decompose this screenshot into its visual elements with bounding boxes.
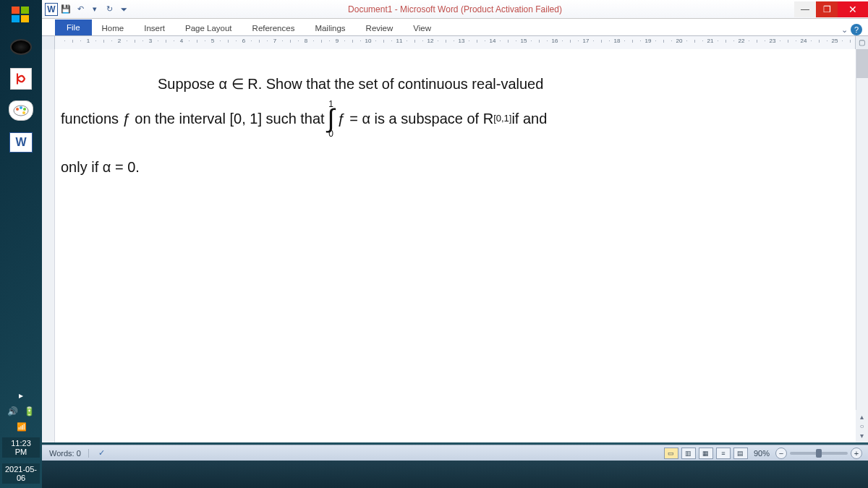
cortana-eye-icon[interactable] — [7, 36, 35, 58]
vertical-scrollbar[interactable]: ▴ ○ ▾ — [856, 49, 868, 442]
svg-rect-2 — [12, 15, 20, 22]
tab-review[interactable]: Review — [356, 21, 404, 35]
undo-dropdown[interactable]: ▾ — [88, 3, 101, 16]
zoom-in-button[interactable]: + — [851, 448, 862, 459]
text-line-3: only if α = 0. — [61, 151, 854, 183]
close-button[interactable]: ✕ — [838, 1, 868, 17]
svg-rect-1 — [21, 7, 29, 14]
battery-icon[interactable]: 🔋 — [24, 406, 35, 416]
clock-date[interactable]: 2021-05-06 — [2, 463, 40, 484]
network-signal-icon[interactable]: 📶 — [17, 422, 26, 432]
svg-point-5 — [16, 108, 19, 111]
word-app-icon[interactable]: W — [7, 132, 35, 153]
document-body[interactable]: Suppose α ∈ R. Show that the set of cont… — [56, 68, 854, 183]
full-screen-reading-button[interactable]: ▥ — [681, 448, 696, 459]
qat-customize[interactable]: ⏷ — [117, 3, 130, 16]
svg-point-7 — [23, 108, 26, 111]
web-layout-view-button[interactable]: ▦ — [699, 448, 713, 459]
text-line-2: functions ƒ on the interval [0, 1] such … — [61, 100, 854, 138]
outline-view-button[interactable]: ≡ — [716, 448, 731, 459]
ribbon-collapse-icon[interactable]: ⌄ — [841, 25, 848, 35]
maximize-button[interactable]: ❐ — [816, 1, 838, 17]
svg-point-8 — [22, 111, 25, 114]
spellcheck-icon[interactable]: ✓ — [93, 448, 111, 459]
ruler-corner — [42, 36, 55, 49]
palette-icon — [13, 105, 29, 116]
desktop-strip — [42, 461, 868, 488]
start-button[interactable] — [7, 4, 35, 26]
ruler-row: ·ı·1·ı·2·ı·3·ı·4·ı·5·ı·6·ı·7·ı·8·ı·9·ı·1… — [42, 36, 868, 49]
tab-file[interactable]: File — [55, 20, 92, 35]
clock-time[interactable]: 11:23 PM — [2, 437, 40, 458]
windows-logo-icon — [10, 4, 32, 26]
sound-icon[interactable]: 🔊 — [7, 406, 18, 416]
vertical-ruler[interactable] — [42, 49, 55, 442]
object-browse-up-icon[interactable]: ▴ — [860, 413, 864, 421]
zoom-slider[interactable] — [790, 452, 848, 455]
pdf-icon — [14, 72, 28, 86]
taskbar-system-tray: ▸ 🔊 🔋 📶 11:23 PM 2021-05-06 — [0, 390, 42, 484]
scrollbar-thumb[interactable] — [856, 49, 868, 78]
minimize-button[interactable]: — — [794, 1, 816, 17]
zoom-out-button[interactable]: − — [775, 448, 787, 459]
zoom-level[interactable]: 90% — [754, 449, 770, 458]
tray-expand-icon[interactable]: ▸ — [19, 390, 23, 401]
integral-icon: ∫ — [328, 108, 335, 129]
redo-button[interactable]: ↻ — [103, 3, 116, 16]
tab-references[interactable]: References — [242, 21, 305, 35]
tab-view[interactable]: View — [403, 21, 441, 35]
tab-insert[interactable]: Insert — [134, 21, 175, 35]
status-bar: Words: 0 ✓ ▭ ▥ ▦ ≡ ▤ 90% − + — [42, 445, 868, 461]
save-button[interactable]: 💾 — [59, 3, 72, 16]
acrobat-app-icon[interactable] — [7, 68, 35, 90]
tab-page-layout[interactable]: Page Layout — [175, 21, 242, 35]
svg-rect-3 — [21, 15, 29, 22]
svg-rect-0 — [12, 7, 20, 14]
document-area[interactable]: ▴ ○ ▾ Suppose α ∈ R. Show that the set o… — [42, 49, 868, 442]
ribbon-tabs: File Home Insert Page Layout References … — [42, 19, 868, 36]
word-window: W 💾 ↶ ▾ ↻ ⏷ Document1 - Microsoft Word (… — [42, 0, 868, 442]
svg-point-6 — [20, 106, 22, 109]
object-browse-down-icon[interactable]: ▾ — [860, 432, 864, 440]
tab-mailings[interactable]: Mailings — [305, 21, 355, 35]
word-logo-icon[interactable]: W — [45, 3, 58, 16]
text-line-1: Suppose α ∈ R. Show that the set of cont… — [158, 68, 854, 100]
paint-app-icon[interactable] — [7, 100, 35, 121]
undo-button[interactable]: ↶ — [74, 3, 87, 16]
print-layout-view-button[interactable]: ▭ — [664, 448, 678, 459]
draft-view-button[interactable]: ▤ — [733, 448, 748, 459]
object-browse-select-icon[interactable]: ○ — [859, 422, 864, 430]
zoom-slider-handle[interactable] — [816, 449, 822, 458]
word-count[interactable]: Words: 0 — [42, 449, 89, 458]
horizontal-ruler[interactable]: ·ı·1·ı·2·ı·3·ı·4·ı·5·ı·6·ı·7·ı·8·ı·9·ı·1… — [55, 36, 855, 49]
ruler-end-icon[interactable]: ▢ — [855, 36, 868, 49]
help-button[interactable]: ? — [851, 24, 862, 35]
title-bar: W 💾 ↶ ▾ ↻ ⏷ Document1 - Microsoft Word (… — [42, 0, 868, 19]
tab-home[interactable]: Home — [92, 21, 135, 35]
window-title: Document1 - Microsoft Word (Product Acti… — [348, 4, 562, 14]
